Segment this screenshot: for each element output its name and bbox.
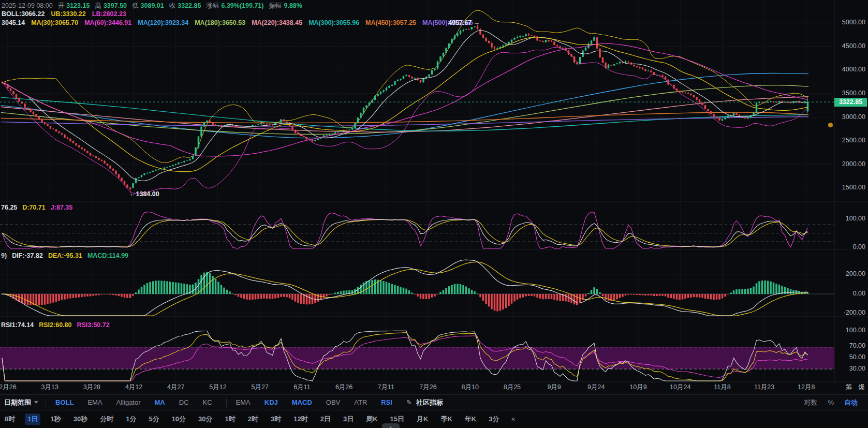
kdj-value: J:87.35	[51, 204, 72, 211]
period-high-annotation: 4957.67 →	[448, 19, 480, 26]
indicator-axis-label: 70.00	[835, 342, 865, 349]
sub-indicator-button[interactable]: EMA	[236, 399, 251, 406]
price-axis-label: 4500.00	[835, 42, 865, 50]
period-low-annotation: ←1384.00	[129, 190, 159, 198]
chip-button[interactable]: 爆	[859, 383, 865, 392]
timeframe-button[interactable]: 月K	[414, 414, 431, 425]
ohlc-header: 2025-12-09 08:00开3123.15高3397.50低3089.01…	[2, 2, 302, 10]
date-axis-label: 10月9	[629, 383, 646, 392]
close-icon[interactable]: ×	[511, 415, 515, 423]
candlestick-chart[interactable]	[0, 0, 868, 428]
ma-value: MA(450):3057.25	[365, 19, 416, 26]
overlay-indicator-button[interactable]: MA	[155, 399, 165, 406]
indicator-axis-label: -200.00	[835, 309, 865, 316]
overlay-indicator-button[interactable]: KC	[203, 399, 212, 406]
timeframe-button[interactable]: 1秒	[48, 414, 63, 425]
ma-value: MA(300):3055.96	[308, 19, 359, 26]
scale-mode-button[interactable]: %	[828, 399, 834, 406]
ohlc-value: 3089.01	[141, 2, 164, 9]
ohlc-label: 涨幅	[206, 2, 219, 9]
timeframe-button[interactable]: 3时	[268, 414, 284, 425]
sub-indicator-button[interactable]: MACD	[292, 399, 312, 406]
timeframe-button[interactable]: 2日	[318, 414, 333, 425]
sub-indicator-button[interactable]: RSI	[381, 399, 392, 406]
timeframe-button[interactable]: 8时	[2, 414, 18, 425]
timeframe-button[interactable]: 5分	[146, 414, 161, 425]
price-axis-label: 4000.00	[835, 66, 865, 73]
price-axis-label: 5000.00	[835, 19, 865, 26]
scale-mode-button[interactable]: 对数	[804, 398, 817, 407]
indicator-axis-label: 0.00	[835, 243, 865, 250]
indicator-axis-label: 200.00	[835, 270, 865, 277]
kdj-legend: 76.25D:70.71J:87.35	[1, 204, 78, 211]
ohlc-value: 3123.15	[66, 2, 90, 9]
edit-icon: ✎	[406, 399, 412, 406]
timeframe-button[interactable]: 3日	[341, 414, 356, 425]
date-axis-label: 5月12	[209, 383, 226, 392]
date-axis-label: 6月26	[335, 383, 352, 392]
collapse-tab[interactable]: ▲	[382, 423, 400, 428]
date-axis-label: 7月11	[378, 383, 394, 392]
overlay-indicator-button[interactable]: EMA	[87, 399, 102, 406]
overlay-indicator-button[interactable]: DC	[179, 399, 189, 406]
indicator-axis-label: 100.00	[835, 215, 865, 222]
indicator-axis-label: 50.00	[835, 353, 865, 361]
timeframe-button[interactable]: 12时	[291, 414, 310, 425]
boll-value: UB:3330.22	[51, 10, 85, 18]
timeframe-button[interactable]: 2时	[245, 414, 261, 425]
rsi-legend: RSI1:74.14RSI2:60.80RSI3:50.72	[1, 321, 115, 329]
ohlc-value: 3397.50	[104, 2, 127, 9]
date-axis-label: 6月11	[293, 383, 310, 392]
chevron-up-icon: ▲	[389, 425, 393, 428]
date-range-button[interactable]: 日期范围	[4, 398, 31, 407]
kdj-value: D:70.71	[22, 204, 45, 211]
timeframe-button[interactable]: 1时	[223, 414, 238, 425]
boll-legend: BOLL:3066.22UB:3330.22LB:2802.23	[2, 10, 133, 18]
toolbar-separator	[46, 399, 46, 407]
chip-button[interactable]: 筹	[846, 383, 852, 392]
sub-indicator-button[interactable]: OBV	[326, 399, 340, 406]
timeframe-button[interactable]: 季K	[438, 414, 454, 425]
ma-value: MA(120):3923.34	[138, 19, 188, 26]
timeframe-button[interactable]: 3分	[486, 414, 502, 425]
timeframe-button[interactable]: 30分	[196, 414, 215, 425]
sub-indicator-button[interactable]: ATR	[354, 399, 367, 406]
ohlc-value: 3322.85	[178, 2, 201, 9]
rsi-value: RSI3:50.72	[77, 321, 109, 329]
scale-mode-button[interactable]: 自动	[844, 398, 858, 407]
ma-value: 3045.14	[2, 19, 25, 26]
date-axis-label: 5月27	[252, 383, 269, 392]
ohlc-value: 9.88%	[284, 2, 302, 9]
sub-indicator-button[interactable]: KDJ	[264, 399, 278, 406]
date-axis: 2月263月133月284月124月275月125月276月116月267月11…	[0, 383, 868, 394]
date-axis-label: 8月10	[462, 383, 479, 392]
timeframe-button[interactable]: 分时	[97, 414, 116, 425]
alert-bell-icon[interactable]	[828, 123, 833, 127]
ohlc-label: 收	[169, 2, 176, 9]
ohlc-label: 高	[95, 2, 101, 9]
date-axis-label: 11月23	[754, 383, 774, 392]
date-axis-label: 3月28	[83, 383, 100, 392]
macd-value: DEA:-95.31	[48, 252, 82, 259]
timeframe-button[interactable]: 10分	[169, 414, 188, 425]
price-axis-label: 2500.00	[835, 137, 865, 144]
ma-value: MA(180):3650.53	[195, 19, 245, 26]
date-axis-label: 10月24	[670, 383, 690, 392]
community-indicators-button[interactable]: 社区指标	[416, 398, 443, 407]
price-axis-label: 1500.00	[835, 184, 865, 191]
overlay-indicator-button[interactable]: BOLL	[55, 399, 73, 406]
price-axis-label: 3000.00	[835, 113, 865, 121]
ohlc-label: 低	[132, 2, 139, 9]
timeframe-button[interactable]: 1日	[25, 414, 40, 425]
timeframe-button[interactable]: 年K	[462, 414, 479, 425]
rsi-value: RSI2:60.80	[39, 321, 71, 329]
ohlc-label: 开	[58, 2, 65, 9]
overlay-indicator-button[interactable]: Alligator	[116, 399, 141, 406]
timeframe-button[interactable]: 1分	[123, 414, 139, 425]
macd-legend: 9)DIF:-37.82DEA:-95.31MACD:114.99	[1, 252, 134, 259]
macd-value: 9)	[1, 252, 7, 259]
timeframe-button[interactable]: 30秒	[71, 414, 90, 425]
ma-value: MA(220):3438.45	[252, 19, 302, 26]
indicator-toolbar: 日期范围BOLLEMAAlligatorMADCKCEMAKDJMACDOBVA…	[0, 394, 868, 410]
timeframe-button[interactable]: 周K	[363, 414, 380, 425]
